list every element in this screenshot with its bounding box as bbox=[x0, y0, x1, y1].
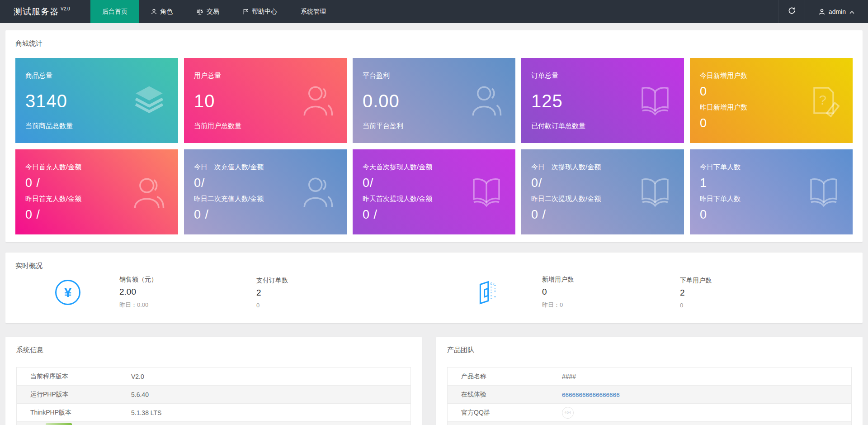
table-row-label: 运行PHP版本 bbox=[17, 391, 131, 399]
realtime-stat-sub: 0 bbox=[256, 302, 476, 309]
stat-card-value: 0 / bbox=[531, 208, 674, 222]
table-row-partial bbox=[448, 422, 851, 425]
nav-item-label: 角色 bbox=[160, 8, 173, 16]
stat-card-label: 今日首充人数/金额 bbox=[25, 163, 168, 172]
stat-card-value: 125 bbox=[531, 91, 674, 111]
stat-card-value: 0/ bbox=[531, 176, 674, 190]
product-team-panel: 产品团队 产品名称####在线体验66666666666666666官方QQ群4… bbox=[436, 337, 863, 425]
brand-version: V2.0 bbox=[61, 6, 70, 11]
table-row: ThinkPHP版本5.1.38 LTS bbox=[17, 404, 410, 422]
table-row-value: 5.6.40 bbox=[131, 391, 410, 398]
system-info-table: 当前程序版本V2.0运行PHP版本5.6.40ThinkPHP版本5.1.38 … bbox=[16, 367, 411, 425]
stat-card-label: 当前平台盈利 bbox=[363, 122, 505, 130]
table-row-label: 官方QQ群 bbox=[448, 409, 562, 417]
table-row-label: 当前程序版本 bbox=[17, 372, 131, 381]
stat-card: 今日下单人数1昨日下单人数0 bbox=[690, 149, 853, 234]
table-row-label: 产品名称 bbox=[448, 372, 562, 381]
realtime-title: 实时概况 bbox=[15, 262, 853, 270]
table-row: 官方QQ群404 bbox=[448, 404, 851, 422]
user-menu[interactable]: admin bbox=[805, 0, 868, 23]
navbar: 测试服务器 V2.0 后台首页 角色 交易 帮助中心系统管理 admin bbox=[0, 0, 868, 23]
stat-card: 今日二次提现人数/金额0/昨日二次提现人数/金额0 / bbox=[521, 149, 684, 234]
stat-card-label: 今日二次提现人数/金额 bbox=[531, 163, 674, 172]
stat-card: 用户总量10当前用户总数量 bbox=[184, 58, 347, 143]
table-row: 在线体验66666666666666666 bbox=[448, 386, 851, 404]
user-icon bbox=[819, 9, 825, 15]
stat-card-value: 3140 bbox=[25, 91, 168, 111]
stat-card-label: 当前用户总数量 bbox=[194, 122, 337, 130]
realtime-stat-value: 0 bbox=[542, 287, 680, 297]
stat-card: 商品总量3140当前商品总数量 bbox=[15, 58, 178, 143]
flag-icon bbox=[243, 9, 249, 14]
realtime-stat: 新增用户数0昨日：0 bbox=[542, 276, 680, 309]
scale-icon bbox=[196, 9, 203, 15]
table-row-label: 在线体验 bbox=[448, 391, 562, 399]
stat-card-label: 平台盈利 bbox=[363, 72, 505, 80]
navbar-menu: 后台首页 角色 交易 帮助中心系统管理 bbox=[90, 0, 338, 23]
realtime-stat-label: 下单用户数 bbox=[680, 277, 712, 285]
stat-card-label: 昨日二次充值人数/金额 bbox=[194, 195, 337, 203]
nav-item-label: 帮助中心 bbox=[252, 8, 277, 16]
stat-card: 订单总量125已付款订单总数量 bbox=[521, 58, 684, 143]
nav-item-系统管理[interactable]: 系统管理 bbox=[289, 0, 338, 23]
system-info-panel: 系统信息 当前程序版本V2.0运行PHP版本5.6.40ThinkPHP版本5.… bbox=[5, 337, 422, 425]
stat-card-value: 10 bbox=[194, 91, 337, 111]
realtime-stat: 下单用户数20 bbox=[680, 277, 712, 309]
realtime-stat-label: 新增用户数 bbox=[542, 276, 680, 284]
stat-card-value: 0 / bbox=[363, 208, 505, 222]
realtime-stat: 销售额（元）2.00昨日：0.00 bbox=[119, 276, 256, 309]
stat-card-label: 当前商品总数量 bbox=[25, 122, 168, 130]
realtime-row: ¥销售额（元）2.00昨日：0.00支付订单数20 新增用户数0昨日：0下单用户… bbox=[15, 276, 853, 309]
nav-item-label: 后台首页 bbox=[102, 8, 127, 16]
stat-card-label: 订单总量 bbox=[531, 72, 674, 80]
table-row-partial bbox=[17, 422, 410, 425]
stat-card-label: 今天首次提现人数/金额 bbox=[363, 163, 505, 172]
stat-card-value: 0 bbox=[700, 116, 843, 130]
broken-image-badge[interactable]: 404 bbox=[562, 407, 574, 419]
table-row: 产品名称#### bbox=[448, 368, 851, 386]
refresh-button[interactable] bbox=[778, 0, 805, 23]
stat-card: 今日首充人数/金额0 /昨日首充人数/金额0 / bbox=[15, 149, 178, 234]
refresh-icon bbox=[788, 7, 796, 16]
table-row-value: #### bbox=[562, 373, 851, 380]
nav-item-后台首页[interactable]: 后台首页 bbox=[90, 0, 139, 23]
realtime-stat-value: 2 bbox=[256, 288, 476, 298]
stat-card: 今日二次充值人数/金额0/昨日二次充值人数/金额0 / bbox=[184, 149, 347, 234]
table-row-value: V2.0 bbox=[131, 373, 410, 380]
stat-card-value: 0 / bbox=[194, 208, 337, 222]
user-icon bbox=[151, 9, 157, 14]
stat-cards-grid: 商品总量3140当前商品总数量 用户总量10当前用户总数量 平台盈利0.00当前… bbox=[15, 58, 853, 234]
stat-card-label: 用户总量 bbox=[194, 72, 337, 80]
bottom-row: 系统信息 当前程序版本V2.0运行PHP版本5.6.40ThinkPHP版本5.… bbox=[5, 337, 863, 425]
shop-stats-title: 商城统计 bbox=[15, 39, 853, 48]
table-row-value: 66666666666666666 bbox=[562, 391, 851, 398]
online-demo-link[interactable]: 66666666666666666 bbox=[562, 392, 620, 398]
realtime-stat-label: 支付订单数 bbox=[256, 277, 476, 285]
stat-card-value: 0 / bbox=[25, 208, 168, 222]
stat-card-label: 今日新增用户数 bbox=[700, 72, 843, 80]
nav-item-角色[interactable]: 角色 bbox=[139, 0, 184, 23]
yuan-circle-icon: ¥ bbox=[55, 280, 80, 305]
realtime-stat-value: 2 bbox=[680, 288, 712, 298]
nav-item-label: 交易 bbox=[207, 8, 219, 16]
stat-card: 今天首次提现人数/金额0/昨天首次提现人数/金额0 / bbox=[353, 149, 515, 234]
stat-card-label: 昨日二次提现人数/金额 bbox=[531, 195, 674, 203]
realtime-stat-label: 销售额（元） bbox=[119, 276, 256, 284]
stat-card-label: 昨日下单人数 bbox=[700, 195, 843, 203]
realtime-stat-sub: 昨日：0 bbox=[542, 301, 680, 309]
realtime-stat: 支付订单数20 bbox=[256, 277, 476, 309]
stat-card: 今日新增用户数0昨日新增用户数0 ? bbox=[690, 58, 853, 143]
nav-item-帮助中心[interactable]: 帮助中心 bbox=[231, 0, 289, 23]
realtime-stat-sub: 昨日：0.00 bbox=[119, 301, 256, 309]
stat-card-value: 0/ bbox=[363, 176, 505, 190]
stat-card-value: 0 bbox=[700, 85, 843, 99]
realtime-stat-value: 2.00 bbox=[119, 287, 256, 297]
nav-item-交易[interactable]: 交易 bbox=[184, 0, 231, 23]
stat-card-value: 0/ bbox=[194, 176, 337, 190]
system-info-title: 系统信息 bbox=[16, 346, 411, 354]
product-team-title: 产品团队 bbox=[447, 346, 852, 354]
brand: 测试服务器 V2.0 bbox=[0, 0, 90, 23]
partial-badge-image bbox=[46, 423, 72, 425]
stat-card-label: 昨天首次提现人数/金额 bbox=[363, 195, 505, 203]
username: admin bbox=[829, 8, 846, 15]
